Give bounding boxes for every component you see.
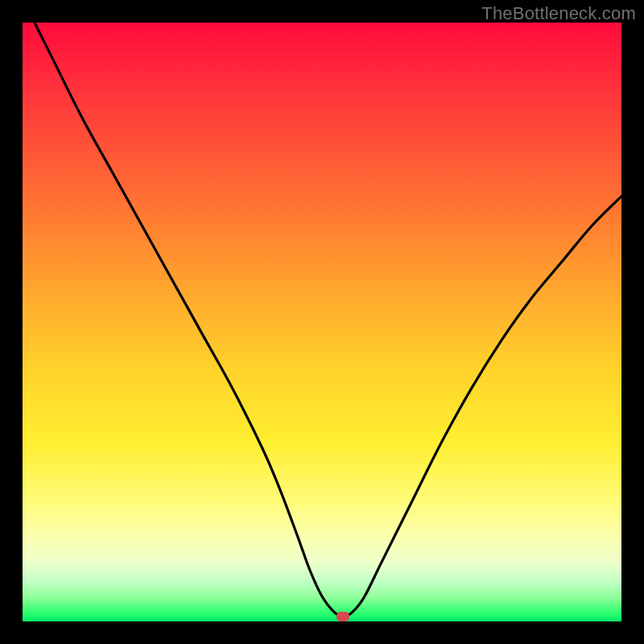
bottleneck-curve [23,23,621,621]
watermark-text: TheBottleneck.com [481,3,636,24]
minimum-marker [336,612,349,621]
chart-frame: TheBottleneck.com [0,0,644,644]
plot-area [23,23,621,621]
